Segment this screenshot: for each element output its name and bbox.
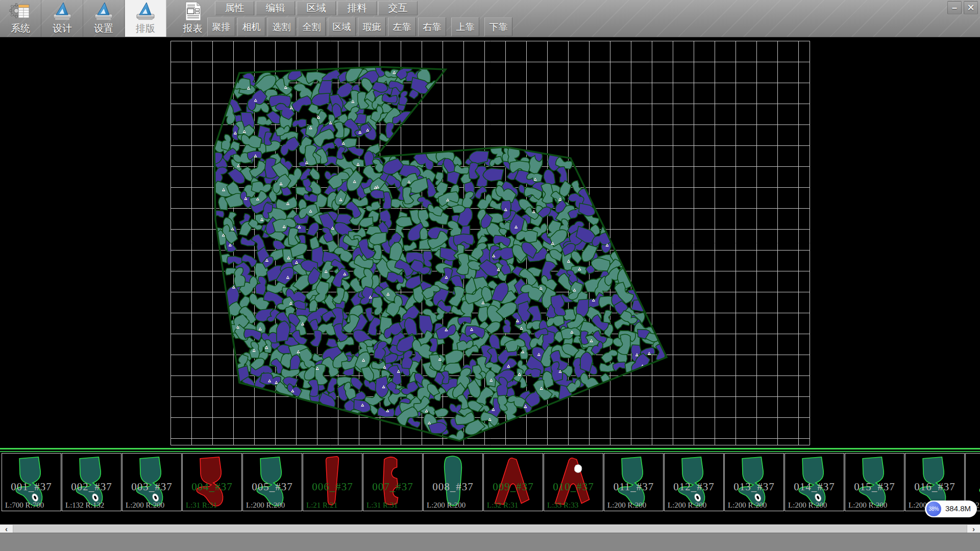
set-square-icon <box>125 1 166 22</box>
piece-thumbnail[interactable]: 004_#37L:31 R:31 <box>182 453 242 511</box>
piece-id-label: 001_#37 <box>2 480 61 493</box>
menu-region[interactable]: 区域 <box>297 1 336 15</box>
piece-lr-count-label: L:200 R:200 <box>848 501 887 510</box>
tool-region[interactable]: 区域 <box>328 17 356 36</box>
piece-lr-count-label: L:200 R:200 <box>728 501 767 510</box>
piece-id-label: 007_#37 <box>363 480 422 493</box>
scroll-left-button[interactable]: ‹ <box>0 525 13 533</box>
piece-id-label: 010_#37 <box>544 480 603 493</box>
scroll-right-button[interactable]: › <box>967 525 980 533</box>
tool-camera[interactable]: 相机 <box>237 17 265 36</box>
piece-thumbnail[interactable]: 014_#37L:200 R:200 <box>785 453 844 511</box>
tool-bar: 聚排 相机 选割 全割 区域 瑕疵 左靠 右靠 上靠 下靠 <box>207 17 514 36</box>
piece-thumbnail[interactable]: 002_#37L:132 R:132 <box>62 453 121 511</box>
set-square-icon <box>42 1 83 22</box>
menu-properties[interactable]: 属性 <box>215 1 254 15</box>
piece-lr-count-label: L:700 R:700 <box>5 501 44 510</box>
design-button-label: 设计 <box>42 22 83 35</box>
piece-id-label: 013_#37 <box>725 480 783 493</box>
menu-bar: 属性 编辑 区域 排料 交互 <box>215 1 419 15</box>
settings-button-label: 设置 <box>83 22 124 35</box>
piece-id-label: 014_#37 <box>785 480 844 493</box>
piece-id-label: 003_#37 <box>122 480 181 493</box>
piece-thumbnail[interactable]: 010_#37L:33 R:33 <box>544 453 603 511</box>
application-window: 系统 <box>0 0 980 551</box>
horizontal-scrollbar[interactable]: ‹ › <box>0 524 980 533</box>
piece-id-label: 002_#37 <box>62 480 121 493</box>
piece-id-label: 011_#37 <box>604 480 663 493</box>
piece-lr-count-label: L:200 R:200 <box>668 501 706 510</box>
piece-lr-count-label: L:200 R:200 <box>427 501 465 510</box>
piece-lr-count-label: L:21 R:21 <box>306 501 337 510</box>
system-button-label: 系统 <box>0 22 41 35</box>
piece-thumbnail[interactable]: 015_#37L:200 R:200 <box>845 453 904 511</box>
tool-align-bottom[interactable]: 下靠 <box>484 17 512 36</box>
memory-usage-badge: 38% 384.8M <box>925 500 977 517</box>
piece-id-label: 016_#37 <box>905 480 964 493</box>
usage-percent-indicator: 38% <box>926 502 941 516</box>
piece-thumbnail[interactable]: 013_#37L:200 R:200 <box>724 453 784 511</box>
piece-thumbnail[interactable]: 008_#37L:200 R:200 <box>423 453 483 511</box>
piece-id-label: 006_#37 <box>303 480 362 493</box>
design-button[interactable]: 设计 <box>42 0 83 37</box>
strip-divider-line <box>0 451 980 452</box>
status-bar <box>0 533 980 551</box>
piece-id-label: 008_#37 <box>424 480 482 493</box>
piece-thumbnail[interactable]: 006_#37L:21 R:21 <box>303 453 362 511</box>
toolbar: 系统 <box>0 0 980 37</box>
piece-lr-count-label: L:33 R:33 <box>547 501 578 510</box>
nesting-button-label: 排版 <box>125 22 166 35</box>
memory-amount-label: 384.8M <box>945 504 971 513</box>
system-button[interactable]: 系统 <box>0 0 41 37</box>
piece-lr-count-label: L:32 R:31 <box>487 501 518 510</box>
menu-interaction[interactable]: 交互 <box>378 1 418 15</box>
nesting-workspace[interactable] <box>0 37 980 448</box>
tool-defect[interactable]: 瑕疵 <box>358 17 386 36</box>
menu-nesting[interactable]: 排料 <box>337 1 377 15</box>
piece-thumbnail[interactable]: 009_#37L:32 R:31 <box>483 453 543 511</box>
tool-align-right[interactable]: 右靠 <box>418 17 446 36</box>
piece-id-label: 004_#37 <box>183 480 241 493</box>
piece-thumbnail[interactable]: 003_#37L:200 R:200 <box>122 453 182 511</box>
close-button[interactable]: ✕ <box>964 1 978 14</box>
piece-thumbnail[interactable]: 011_#37L:200 R:200 <box>604 453 664 511</box>
strip-divider-line <box>0 448 980 449</box>
piece-lr-count-label: L:200 R:200 <box>607 501 646 510</box>
piece-thumbnail[interactable]: 007_#37L:31 R:31 <box>363 453 423 511</box>
piece-id-label: 009_#37 <box>484 480 543 493</box>
piece-thumbnail[interactable]: 012_#37L:200 R:200 <box>664 453 724 511</box>
tool-select-cut[interactable]: 选割 <box>267 17 296 36</box>
menu-edit[interactable]: 编辑 <box>256 1 295 15</box>
piece-id-label: 012_#37 <box>665 480 723 493</box>
piece-thumbnail[interactable]: 001_#37L:700 R:700 <box>2 453 61 511</box>
piece-lr-count-label: L:200 R:200 <box>126 501 164 510</box>
tool-cluster-nest[interactable]: 聚排 <box>207 17 235 36</box>
tool-cut-all[interactable]: 全割 <box>298 17 326 36</box>
piece-thumbnail-strip: 001_#37L:700 R:700002_#37L:132 R:132003_… <box>0 448 980 524</box>
window-controls: – ✕ <box>947 1 978 14</box>
settings-button[interactable]: 设置 <box>83 0 125 37</box>
tool-align-left[interactable]: 左靠 <box>388 17 416 36</box>
piece-id-label: 015_#37 <box>845 480 904 493</box>
piece-lr-count-label: L:31 R:31 <box>186 501 217 510</box>
piece-lr-count-label: L:132 R:132 <box>65 501 104 510</box>
nesting-button[interactable]: 排版 <box>125 0 166 37</box>
piece-thumbnail[interactable]: 005_#37L:200 R:200 <box>242 453 302 511</box>
gear-table-icon <box>0 1 41 22</box>
piece-lr-count-label: L:200 R:200 <box>788 501 827 510</box>
piece-lr-count-label: L:31 R:31 <box>366 501 398 510</box>
piece-id-label: 005_#37 <box>243 480 302 493</box>
tool-align-top[interactable]: 上靠 <box>451 17 479 36</box>
piece-lr-count-label: L:200 R:200 <box>246 501 285 510</box>
set-square-icon <box>83 1 124 22</box>
minimize-button[interactable]: – <box>947 1 962 14</box>
nesting-canvas[interactable] <box>0 37 980 448</box>
